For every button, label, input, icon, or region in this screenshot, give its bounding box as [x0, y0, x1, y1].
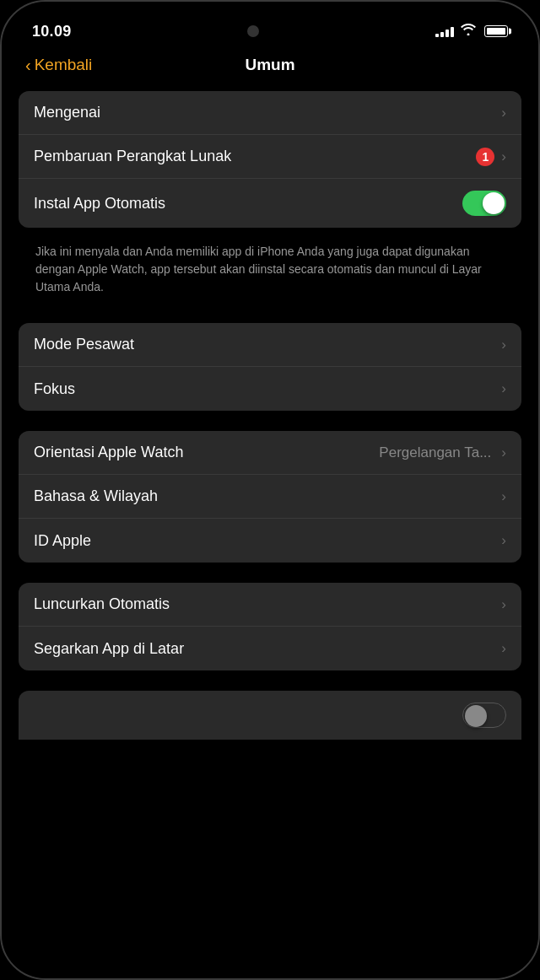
dynamic-island: [247, 25, 259, 37]
status-bar: 10.09: [2, 2, 538, 47]
nav-bar: ‹ Kembali Umum: [2, 47, 538, 83]
luncurkan-label: Luncurkan Otomatis: [34, 595, 170, 613]
instal-app-toggle[interactable]: [462, 191, 506, 216]
pembaruan-item[interactable]: Pembaruan Perangkat Lunak 1 ›: [19, 135, 521, 179]
chevron-right-icon: ›: [501, 380, 506, 397]
luncurkan-item[interactable]: Luncurkan Otomatis ›: [19, 583, 521, 627]
pembaruan-label: Pembaruan Perangkat Lunak: [34, 148, 231, 165]
orientasi-item[interactable]: Orientasi Apple Watch Pergelangan Ta... …: [19, 431, 521, 475]
mengenai-label: Mengenai: [34, 104, 100, 121]
mode-pesawat-item[interactable]: Mode Pesawat ›: [19, 323, 521, 367]
fokus-item[interactable]: Fokus ›: [19, 367, 521, 411]
chevron-right-icon: ›: [501, 337, 506, 353]
chevron-right-icon: ›: [501, 148, 506, 165]
segarkan-item[interactable]: Segarkan App di Latar ›: [19, 627, 521, 670]
instal-app-item[interactable]: Instal App Otomatis: [19, 179, 521, 228]
screen: 10.09: [2, 2, 538, 978]
update-badge: 1: [476, 148, 494, 166]
orientasi-label: Orientasi Apple Watch: [34, 444, 183, 461]
mengenai-item[interactable]: Mengenai ›: [19, 91, 521, 135]
settings-group-5-partial: [19, 691, 521, 740]
chevron-right-icon: ›: [501, 640, 506, 657]
instal-app-label: Instal App Otomatis: [34, 195, 165, 213]
orientasi-value: Pergelangan Ta...: [379, 444, 491, 461]
wifi-icon: [461, 24, 476, 39]
partial-toggle-item[interactable]: [19, 691, 521, 740]
phone-frame: 10.09: [0, 0, 540, 980]
content-area: Mengenai › Pembaruan Perangkat Lunak 1 ›: [2, 83, 538, 748]
battery-icon: [484, 25, 508, 37]
status-time: 10.09: [32, 23, 72, 40]
id-apple-label: ID Apple: [34, 532, 91, 550]
settings-group-4: Luncurkan Otomatis › Segarkan App di Lat…: [19, 583, 521, 670]
settings-group-3: Orientasi Apple Watch Pergelangan Ta... …: [19, 431, 521, 563]
chevron-right-icon: ›: [501, 488, 506, 505]
page-title: Umum: [245, 56, 294, 74]
chevron-right-icon: ›: [501, 596, 506, 613]
settings-group-2: Mode Pesawat › Fokus ›: [19, 323, 521, 411]
bahasa-item[interactable]: Bahasa & Wilayah ›: [19, 475, 521, 519]
mode-pesawat-label: Mode Pesawat: [34, 336, 134, 353]
id-apple-item[interactable]: ID Apple ›: [19, 519, 521, 563]
status-icons: [435, 24, 508, 39]
settings-group-1: Mengenai › Pembaruan Perangkat Lunak 1 ›: [19, 91, 521, 228]
signal-icon: [435, 25, 454, 37]
back-button[interactable]: ‹ Kembali: [25, 56, 92, 75]
partial-toggle[interactable]: [462, 703, 506, 728]
back-label: Kembali: [35, 56, 93, 74]
back-chevron-icon: ‹: [25, 56, 31, 75]
segarkan-label: Segarkan App di Latar: [34, 640, 184, 658]
chevron-right-icon: ›: [501, 532, 506, 549]
instal-app-description: Jika ini menyala dan Anda memiliki app d…: [19, 234, 521, 310]
fokus-label: Fokus: [34, 380, 75, 398]
chevron-right-icon: ›: [501, 105, 506, 121]
chevron-right-icon: ›: [501, 444, 506, 461]
bahasa-label: Bahasa & Wilayah: [34, 487, 158, 505]
